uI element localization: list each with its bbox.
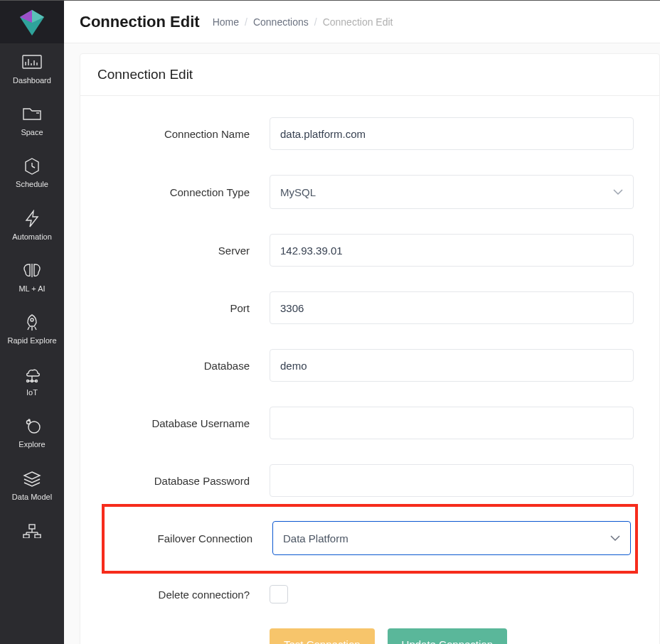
form-actions: Test Connection Update Connection xyxy=(102,628,638,644)
row-failover-connection: Failover Connection Data Platform xyxy=(102,504,638,574)
db-password-input[interactable] xyxy=(270,464,634,497)
label-connection-type: Connection Type xyxy=(106,186,270,198)
row-connection-name: Connection Name xyxy=(102,117,638,150)
sidebar-item-data-model[interactable]: Data Model xyxy=(0,460,64,512)
lightning-icon xyxy=(22,210,42,228)
sidebar-item-rapid-explore[interactable]: Rapid Explore xyxy=(0,304,64,355)
tree-icon xyxy=(22,522,42,540)
topbar: Connection Edit Home / Connections / Con… xyxy=(64,1,660,43)
breadcrumb: Home / Connections / Connection Edit xyxy=(213,16,393,28)
sidebar-item-automation[interactable]: Automation xyxy=(0,200,64,252)
sidebar-item-iot[interactable]: IoT xyxy=(0,355,64,407)
layers-icon xyxy=(22,470,42,488)
sidebar-item-space[interactable]: Space xyxy=(0,95,64,147)
connection-form: Connection Name Connection Type MySQL xyxy=(80,96,659,644)
label-failover: Failover Connection xyxy=(109,532,272,544)
chevron-down-icon xyxy=(610,535,620,542)
svg-rect-25 xyxy=(29,525,35,529)
sidebar-label: Dashboard xyxy=(13,76,51,85)
row-server: Server xyxy=(102,234,638,267)
explore-icon xyxy=(22,417,42,436)
sidebar-item-ml-ai[interactable]: ML + AI xyxy=(0,252,64,304)
connection-name-input[interactable] xyxy=(270,117,634,150)
sidebar-label: Explore xyxy=(18,440,45,449)
server-input[interactable] xyxy=(270,234,634,267)
label-delete: Delete connection? xyxy=(106,589,270,601)
db-username-input[interactable] xyxy=(270,407,634,439)
sidebar-item-explore[interactable]: Explore xyxy=(0,407,64,459)
row-db-username: Database Username xyxy=(102,407,638,439)
svg-marker-24 xyxy=(24,472,40,479)
dashboard-icon xyxy=(22,53,42,72)
test-connection-button[interactable]: Test Connection xyxy=(270,628,375,644)
chevron-down-icon xyxy=(613,189,623,195)
delete-checkbox[interactable] xyxy=(270,585,288,603)
sidebar-item-dashboard[interactable]: Dashboard xyxy=(0,43,64,95)
breadcrumb-home[interactable]: Home xyxy=(213,16,239,28)
card-header: Connection Edit xyxy=(80,54,659,96)
sidebar-label: Schedule xyxy=(16,180,48,189)
sidebar: Dashboard Space Schedule xyxy=(0,1,64,644)
sidebar-label: ML + AI xyxy=(18,284,45,294)
label-server: Server xyxy=(106,245,270,257)
sidebar-item-more[interactable] xyxy=(0,512,64,550)
svg-rect-31 xyxy=(35,535,41,538)
cloud-network-icon xyxy=(22,365,42,384)
sidebar-label: Data Model xyxy=(12,493,52,502)
card: Connection Edit Connection Name Connecti… xyxy=(80,53,660,644)
brain-icon xyxy=(22,262,42,280)
update-connection-button[interactable]: Update Connection xyxy=(388,628,507,644)
sidebar-label: Automation xyxy=(12,232,52,242)
sidebar-item-schedule[interactable]: Schedule xyxy=(0,147,64,199)
label-port: Port xyxy=(106,302,270,314)
folder-icon xyxy=(22,105,42,124)
row-delete-connection: Delete connection? xyxy=(102,585,638,603)
sidebar-label: IoT xyxy=(26,388,38,397)
row-connection-type: Connection Type MySQL xyxy=(102,175,638,209)
svg-point-15 xyxy=(31,318,33,321)
clock-icon xyxy=(22,157,42,176)
app-logo[interactable] xyxy=(0,1,64,43)
breadcrumb-connections[interactable]: Connections xyxy=(253,16,309,28)
svg-line-12 xyxy=(32,166,35,168)
label-db-password: Database Password xyxy=(106,475,270,487)
main-content: Connection Edit Home / Connections / Con… xyxy=(64,1,660,644)
label-connection-name: Connection Name xyxy=(106,128,270,140)
select-value: Data Platform xyxy=(283,532,348,544)
sidebar-label: Rapid Explore xyxy=(7,336,56,345)
row-database: Database xyxy=(102,349,638,382)
rocket-icon xyxy=(22,313,42,332)
failover-select[interactable]: Data Platform xyxy=(272,521,631,555)
connection-type-select[interactable]: MySQL xyxy=(270,175,634,209)
database-input[interactable] xyxy=(270,349,634,382)
label-database: Database xyxy=(106,360,270,372)
sidebar-label: Space xyxy=(21,128,43,137)
content-wrapper: Connection Edit Connection Name Connecti… xyxy=(64,43,660,644)
row-port: Port xyxy=(102,291,638,324)
row-db-password: Database Password xyxy=(102,464,638,497)
label-db-username: Database Username xyxy=(106,417,270,429)
card-title: Connection Edit xyxy=(97,67,642,82)
page-title: Connection Edit xyxy=(80,13,200,31)
select-value: MySQL xyxy=(280,186,316,198)
port-input[interactable] xyxy=(270,291,634,324)
breadcrumb-current: Connection Edit xyxy=(323,16,393,28)
svg-marker-13 xyxy=(26,211,38,227)
svg-rect-30 xyxy=(23,535,29,538)
